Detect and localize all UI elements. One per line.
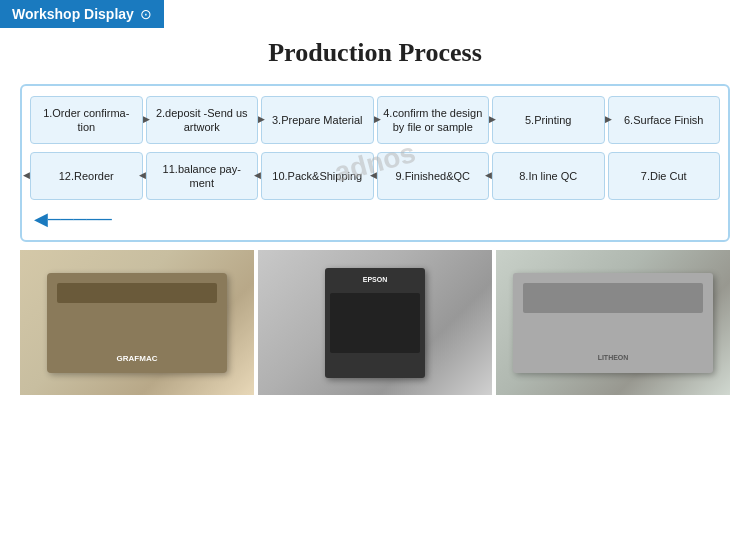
process-step-6: 6.Surface Finish	[608, 96, 721, 144]
process-row-1: 1.Order confirma-tion 2.deposit -Send us…	[30, 96, 720, 144]
process-step-2: 2.deposit -Send us artwork	[146, 96, 259, 144]
header-title: Workshop Display	[12, 6, 134, 22]
machine-large-format-printer	[325, 268, 425, 378]
machine-laser-cutter	[47, 273, 227, 373]
process-step-5: 5.Printing	[492, 96, 605, 144]
workshop-image-1	[20, 250, 254, 395]
process-step-1: 1.Order confirma-tion	[30, 96, 143, 144]
process-step-3: 3.Prepare Material	[261, 96, 374, 144]
process-step-10: 10.Pack&Shipping	[261, 152, 374, 200]
main-content: Production Process 1.Order confirma-tion…	[0, 28, 750, 405]
process-container: 1.Order confirma-tion 2.deposit -Send us…	[20, 84, 730, 242]
process-step-9: 9.Finished&QC	[377, 152, 490, 200]
process-row-2: 12.Reorder 11.balance pay-ment 10.Pack&S…	[30, 152, 720, 200]
process-step-12: 12.Reorder	[30, 152, 143, 200]
workshop-header: Workshop Display ⊙	[0, 0, 164, 28]
return-arrow-container: ◀─────	[30, 208, 720, 230]
workshop-image-2	[258, 250, 492, 395]
workshop-image-3	[496, 250, 730, 395]
page-title: Production Process	[20, 38, 730, 68]
process-step-7: 7.Die Cut	[608, 152, 721, 200]
process-step-11: 11.balance pay-ment	[146, 152, 259, 200]
header-icon: ⊙	[140, 6, 152, 22]
workshop-images	[20, 250, 730, 395]
machine-offset-printer	[513, 273, 713, 373]
process-step-4: 4.confirm the design by file or sample	[377, 96, 490, 144]
process-step-8: 8.In line QC	[492, 152, 605, 200]
left-arrow-icon: ◀─────	[34, 208, 112, 230]
